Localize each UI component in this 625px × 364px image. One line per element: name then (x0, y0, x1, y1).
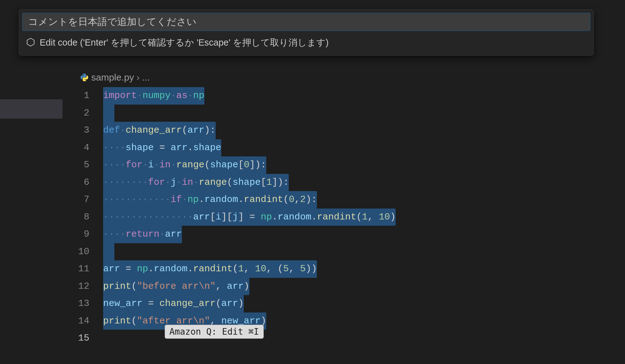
code-content[interactable]: ····shape = arr.shape (103, 139, 221, 157)
line-number: 4 (62, 139, 103, 157)
palette-hint-text: Edit code ('Enter' を押して確認するか 'Escape' を押… (40, 37, 329, 49)
code-line: 6 ········for·j·in·range(shape[1]): (62, 174, 625, 191)
code-line: 14 print("after arr\n", new_arr) (62, 312, 625, 330)
code-line: 11 arr = np.random.randint(1, 10, (5, 5)… (62, 260, 625, 278)
code-line: 10 (62, 243, 625, 261)
code-content[interactable] (103, 105, 114, 122)
palette-input[interactable] (22, 13, 590, 31)
line-number: 9 (62, 226, 103, 243)
line-number: 10 (62, 243, 103, 261)
palette-suggestion[interactable]: Edit code ('Enter' を押して確認するか 'Escape' を押… (22, 31, 590, 52)
code-line: 2 (62, 105, 625, 122)
code-content[interactable] (103, 243, 114, 261)
code-content[interactable]: new_arr = change_arr(arr) (103, 295, 244, 312)
code-content[interactable]: def·change_arr(arr): (103, 122, 216, 139)
code-line: 7 ············if·np.random.randint(0,2): (62, 191, 625, 209)
line-number: 11 (62, 260, 103, 278)
code-line: 1 import·numpy·as·np (62, 87, 625, 105)
line-number: 12 (62, 278, 103, 295)
code-editor[interactable]: 1 import·numpy·as·np 2 3 def·change_arr(… (62, 87, 625, 347)
code-line: 12 print("before arr\n", arr) (62, 278, 625, 295)
amazon-q-codelens[interactable]: Amazon Q: Edit ⌘I (165, 325, 264, 339)
line-number: 7 (62, 191, 103, 209)
breadcrumb[interactable]: sample.py › ... (62, 70, 625, 87)
line-number: 5 (62, 156, 103, 174)
breadcrumb-separator: › (137, 72, 140, 83)
code-content[interactable]: ····return·arr (103, 226, 182, 243)
line-number: 14 (62, 312, 103, 330)
line-number: 1 (62, 87, 103, 105)
code-line: 9 ····return·arr (62, 226, 625, 243)
code-content[interactable]: arr = np.random.randint(1, 10, (5, 5)) (103, 260, 317, 278)
code-line: 5 ····for·i·in·range(shape[0]): (62, 156, 625, 174)
line-number: 15 (62, 330, 103, 347)
line-number: 2 (62, 105, 103, 122)
hexagon-icon (26, 37, 35, 48)
line-number: 8 (62, 209, 103, 226)
code-line: 15 (62, 330, 625, 347)
line-number: 6 (62, 174, 103, 191)
code-content[interactable]: ····for·i·in·range(shape[0]): (103, 156, 266, 174)
code-content[interactable]: ············if·np.random.randint(0,2): (103, 191, 317, 209)
python-icon (80, 73, 89, 82)
svg-marker-0 (27, 38, 34, 46)
code-content[interactable]: ········for·j·in·range(shape[1]): (103, 174, 289, 191)
code-content[interactable]: import·numpy·as·np (103, 87, 204, 105)
editor-area: sample.py › ... 1 import·numpy·as·np 2 3… (62, 70, 625, 347)
line-number: 13 (62, 295, 103, 312)
code-line: 13 new_arr = change_arr(arr) (62, 295, 625, 312)
breadcrumb-rest[interactable]: ... (142, 72, 150, 83)
code-line: 3 def·change_arr(arr): (62, 122, 625, 139)
code-content[interactable]: ················arr[i][j] = np.random.ra… (103, 209, 396, 226)
code-line: 4 ····shape = arr.shape (62, 139, 625, 157)
line-number: 3 (62, 122, 103, 139)
code-content[interactable]: print("before arr\n", arr) (103, 278, 249, 295)
code-line: 8 ················arr[i][j] = np.random.… (62, 209, 625, 226)
breadcrumb-file[interactable]: sample.py (91, 72, 134, 83)
command-palette: Edit code ('Enter' を押して確認するか 'Escape' を押… (19, 9, 594, 56)
sidebar-active-item[interactable] (0, 99, 62, 119)
